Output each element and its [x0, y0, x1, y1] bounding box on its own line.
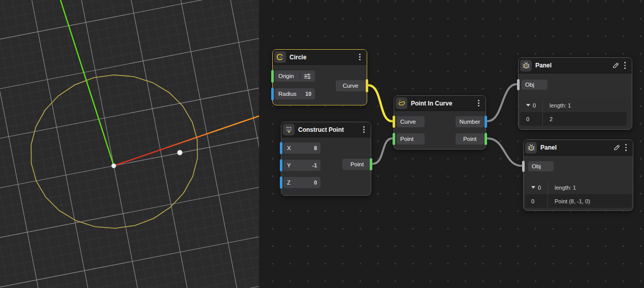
port-z-input[interactable] — [280, 176, 282, 189]
pencil-icon[interactable] — [612, 62, 619, 69]
kebab-menu-icon[interactable] — [358, 52, 362, 62]
port-x-input[interactable] — [280, 142, 282, 154]
wire-construct-point-to-point-in-curve[interactable] — [373, 138, 392, 164]
port-point-output[interactable] — [485, 133, 487, 145]
table-branch-row[interactable]: 0 length: 1 — [525, 181, 632, 194]
node-point-in-curve[interactable]: Point In Curve Curve Point Number Point — [394, 95, 486, 150]
svg-text:XYZ: XYZ — [286, 126, 291, 128]
port-y-input[interactable] — [280, 159, 282, 171]
port-number-output[interactable] — [485, 116, 487, 128]
node-title: Circle — [289, 54, 306, 61]
viewport-grid — [0, 0, 259, 288]
wire-circle-curve-to-point-in-curve[interactable] — [368, 85, 392, 121]
input-label: Z — [287, 179, 291, 186]
kebab-menu-icon[interactable] — [623, 60, 627, 70]
port-curve-input[interactable] — [393, 116, 395, 128]
item-index: 0 — [531, 198, 534, 204]
input-label: Origin — [278, 73, 294, 79]
output-label: Curve — [343, 83, 359, 89]
node-circle[interactable]: Circle Origin Radius — [272, 49, 367, 105]
y-axis — [60, 0, 114, 166]
x-axis — [114, 116, 259, 166]
port-obj-input[interactable] — [522, 161, 525, 172]
input-value[interactable]: 0 — [314, 179, 317, 186]
constructed-point[interactable] — [177, 150, 182, 155]
collapse-triangle-icon[interactable] — [531, 186, 535, 189]
port-radius-input[interactable] — [271, 88, 274, 100]
port-obj-input[interactable] — [517, 79, 520, 90]
wire-number-to-panel-top[interactable] — [488, 84, 517, 121]
input-z[interactable]: Z 0 — [283, 177, 320, 188]
node-construct-point[interactable]: XYZ Construct Point X 8 Y -1 Z 0 — [281, 122, 371, 196]
item-value: Point (8, -1, 0) — [548, 194, 632, 208]
node-header[interactable]: Point In Curve — [394, 96, 486, 111]
node-header[interactable]: Panel — [519, 58, 632, 74]
branch-index-cell[interactable]: 0 — [520, 98, 543, 112]
branch-index: 0 — [533, 102, 536, 109]
table-branch-row[interactable]: 0 length: 1 — [520, 98, 627, 112]
input-value[interactable]: 8 — [314, 145, 317, 151]
port-origin-input[interactable] — [271, 70, 274, 83]
node-title: Panel — [540, 144, 557, 151]
node-title: Construct Point — [298, 126, 344, 133]
input-label: Radius — [278, 91, 297, 97]
pencil-icon[interactable] — [613, 144, 620, 151]
output-curve[interactable]: Curve — [336, 80, 365, 91]
circle-icon — [274, 51, 286, 63]
item-value: 2 — [543, 112, 627, 126]
input-label: Point — [400, 136, 413, 142]
input-value[interactable]: 10 — [305, 91, 311, 97]
node-editor-canvas[interactable]: Circle Origin Radius — [259, 0, 644, 288]
origin-point[interactable] — [112, 164, 116, 168]
input-y[interactable]: Y -1 — [283, 160, 320, 171]
kebab-menu-icon[interactable] — [362, 125, 366, 135]
table-item-row[interactable]: 0 Point (8, -1, 0) — [525, 194, 632, 208]
input-label: Curve — [400, 119, 416, 125]
xyz-construct-point-icon: XYZ — [283, 124, 295, 135]
kebab-menu-icon[interactable] — [476, 98, 481, 109]
node-header[interactable]: Panel — [524, 140, 633, 156]
item-index-cell: 0 — [520, 112, 543, 126]
input-x[interactable]: X 8 — [283, 142, 320, 154]
item-index: 0 — [526, 116, 529, 122]
node-header[interactable]: Circle — [273, 50, 367, 65]
output-point[interactable]: Point — [456, 133, 484, 145]
input-obj[interactable]: Obj — [528, 161, 554, 171]
input-label: Obj — [532, 163, 541, 169]
input-origin[interactable]: Origin — [275, 70, 315, 82]
port-point-output[interactable] — [370, 158, 372, 170]
output-label: Number — [460, 119, 480, 125]
port-curve-output[interactable] — [366, 79, 368, 92]
bug-panel-icon — [525, 142, 537, 154]
panel-output-table: 0 length: 1 0 2 — [520, 98, 627, 126]
node-header[interactable]: XYZ Construct Point — [281, 122, 371, 137]
output-point[interactable]: Point — [342, 159, 372, 170]
input-value[interactable]: -1 — [312, 162, 317, 168]
branch-summary: length: 1 — [543, 98, 627, 112]
app-window: Circle Origin Radius — [0, 0, 644, 288]
input-radius[interactable]: Radius 10 — [275, 88, 315, 99]
3d-viewport[interactable] — [0, 0, 259, 288]
kebab-menu-icon[interactable] — [624, 142, 628, 153]
collapse-triangle-icon[interactable] — [526, 104, 530, 106]
input-curve[interactable]: Curve — [397, 116, 425, 127]
sliders-icon[interactable] — [300, 73, 311, 80]
output-label: Point — [463, 136, 476, 142]
wire-point-to-panel-bottom[interactable] — [488, 138, 522, 166]
port-point-input[interactable] — [393, 133, 395, 145]
input-obj[interactable]: Obj — [522, 80, 548, 90]
viewport-canvas[interactable] — [0, 0, 259, 288]
branch-index: 0 — [538, 185, 541, 191]
input-label: Y — [287, 162, 291, 168]
node-title: Panel — [535, 62, 552, 69]
input-label: X — [287, 145, 291, 151]
curve-blob-icon — [396, 97, 407, 109]
output-label: Point — [350, 161, 364, 167]
input-label: Obj — [525, 82, 534, 88]
node-panel-top[interactable]: Panel Obj 0 leng — [518, 57, 632, 130]
input-point[interactable]: Point — [397, 133, 425, 145]
branch-index-cell[interactable]: 0 — [525, 181, 548, 194]
output-number[interactable]: Number — [456, 116, 484, 127]
node-panel-bottom[interactable]: Panel Obj 0 leng — [523, 139, 633, 211]
table-item-row[interactable]: 0 2 — [520, 112, 627, 126]
